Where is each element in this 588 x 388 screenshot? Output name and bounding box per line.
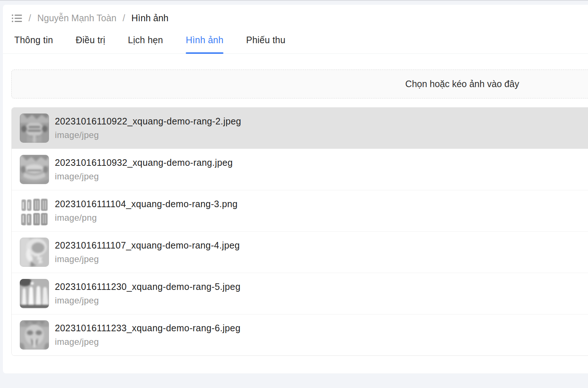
patient-tabs: Thông tin Điều trị Lịch hẹn Hình ảnh Phi… <box>3 33 588 54</box>
file-mime-type: image/jpeg <box>55 254 240 264</box>
file-name: 20231016110932_xquang-demo-rang.jpeg <box>55 157 233 168</box>
dropzone-label: Chọn hoặc kéo ảnh vào đây <box>405 79 519 89</box>
breadcrumb-item-current: Hình ảnh <box>131 13 168 23</box>
image-upload-dropzone[interactable]: Chọn hoặc kéo ảnh vào đây <box>11 70 588 98</box>
breadcrumb-item-patient-name[interactable]: Nguyễn Mạnh Toàn <box>37 13 116 23</box>
file-meta: 20231016110922_xquang-demo-rang-2.jpeg i… <box>55 116 241 140</box>
lateral-skull-xray-thumbnail <box>20 238 49 267</box>
breadcrumb-separator: / <box>122 13 125 23</box>
panoramic-dental-xray-thumbnail <box>20 155 49 184</box>
file-meta: 20231016111104_xquang-demo-rang-3.png im… <box>55 199 238 223</box>
breadcrumb: / Nguyễn Mạnh Toàn / Hình ảnh <box>3 5 588 24</box>
file-mime-type: image/jpeg <box>55 295 241 306</box>
tab-hinh-anh[interactable]: Hình ảnh <box>186 33 223 53</box>
frontal-skull-xray-thumbnail <box>20 320 49 350</box>
file-mime-type: image/jpeg <box>55 171 233 182</box>
file-meta: 20231016111107_xquang-demo-rang-4.jpeg i… <box>55 240 240 264</box>
file-mime-type: image/png <box>55 213 238 223</box>
file-row[interactable]: 20231016111233_xquang-demo-rang-6.jpeg i… <box>12 314 588 355</box>
patient-detail-card: / Nguyễn Mạnh Toàn / Hình ảnh Thông tin … <box>3 5 588 373</box>
file-name: 20231016111107_xquang-demo-rang-4.jpeg <box>55 240 240 251</box>
file-row[interactable]: 20231016110922_xquang-demo-rang-2.jpeg i… <box>12 108 588 149</box>
image-file-list: 20231016110922_xquang-demo-rang-2.jpeg i… <box>11 107 588 356</box>
file-row[interactable]: 20231016111230_xquang-demo-rang-5.jpeg i… <box>12 273 588 314</box>
file-meta: 20231016110932_xquang-demo-rang.jpeg ima… <box>55 157 233 182</box>
periapical-teeth-xray-thumbnail <box>20 279 49 308</box>
file-mime-type: image/jpeg <box>55 337 241 347</box>
tab-thong-tin[interactable]: Thông tin <box>14 33 53 53</box>
tab-phieu-thu[interactable]: Phiếu thu <box>246 33 285 53</box>
file-row[interactable]: 20231016111104_xquang-demo-rang-3.png im… <box>12 190 588 232</box>
file-meta: 20231016111230_xquang-demo-rang-5.jpeg i… <box>55 281 241 306</box>
panoramic-dental-xray-thumbnail <box>20 113 49 143</box>
tab-dieu-tri[interactable]: Điều trị <box>76 33 105 53</box>
file-meta: 20231016111233_xquang-demo-rang-6.jpeg i… <box>55 323 241 347</box>
file-name: 20231016110922_xquang-demo-rang-2.jpeg <box>55 116 241 127</box>
full-mouth-series-xray-thumbnail <box>20 196 49 225</box>
unordered-list-icon[interactable] <box>11 13 22 24</box>
tab-lich-hen[interactable]: Lịch hẹn <box>128 33 163 53</box>
file-row[interactable]: 20231016110932_xquang-demo-rang.jpeg ima… <box>12 149 588 190</box>
page-top-border <box>0 0 588 1</box>
breadcrumb-separator: / <box>29 13 31 23</box>
file-name: 20231016111230_xquang-demo-rang-5.jpeg <box>55 281 241 292</box>
file-name: 20231016111104_xquang-demo-rang-3.png <box>55 199 238 209</box>
file-mime-type: image/jpeg <box>55 130 241 140</box>
file-name: 20231016111233_xquang-demo-rang-6.jpeg <box>55 323 241 333</box>
file-row[interactable]: 20231016111107_xquang-demo-rang-4.jpeg i… <box>12 232 588 273</box>
